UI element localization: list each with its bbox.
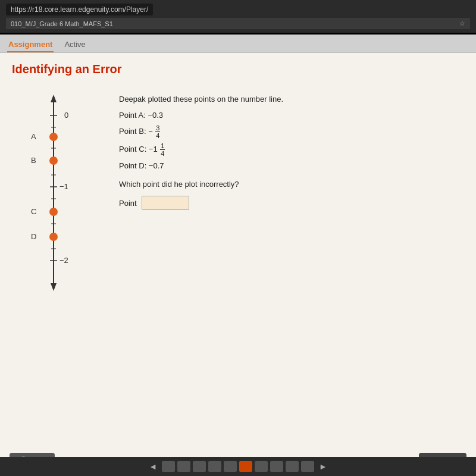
svg-point-12: [49, 156, 58, 165]
point-d: Point D: −0.7: [119, 160, 464, 172]
svg-text:D: D: [31, 232, 36, 241]
tab-active[interactable]: Active: [63, 37, 86, 52]
number-line-svg: 0 A B −1: [12, 92, 95, 294]
svg-point-19: [49, 208, 58, 216]
main-content: Assignment Active Identifying an Error: [0, 35, 476, 476]
tab-assignment[interactable]: Assignment: [7, 37, 54, 52]
question-text: Deepak plotted these points on the numbe…: [119, 92, 464, 210]
fraction-b: 3 4: [155, 124, 160, 139]
description: Deepak plotted these points on the numbe…: [119, 95, 464, 104]
prev-arrow[interactable]: ◄: [146, 461, 159, 472]
address-bar[interactable]: https://r18.core.learn.edgenuity.com/Pla…: [6, 4, 153, 15]
svg-text:B: B: [31, 156, 36, 165]
nav-tabs: Assignment Active: [0, 35, 476, 53]
page-7[interactable]: [255, 461, 268, 472]
bookmark-icon[interactable]: ☆: [459, 20, 465, 27]
tab-bar: 010_M/J_Grade 6 Math_MAFS_S1 ☆: [6, 18, 470, 29]
svg-marker-2: [51, 283, 57, 291]
point-b: Point B: − 3 4: [119, 124, 464, 139]
number-line-container: 0 A B −1: [12, 92, 95, 294]
page-5[interactable]: [224, 461, 237, 472]
svg-text:A: A: [31, 132, 36, 141]
tab-title: 010_M/J_Grade 6 Math_MAFS_S1: [11, 20, 113, 27]
svg-text:−1: −1: [60, 182, 68, 191]
url-text: https://r18.core.learn.edgenuity.com/Pla…: [11, 5, 148, 14]
page-4[interactable]: [208, 461, 221, 472]
svg-point-8: [49, 133, 58, 141]
page-9[interactable]: [286, 461, 299, 472]
page-8[interactable]: [270, 461, 283, 472]
point-a: Point A: −0.3: [119, 109, 464, 121]
page-1[interactable]: [162, 461, 175, 472]
content-panel: Identifying an Error 0: [0, 53, 476, 474]
pagination-bar: ◄ ►: [0, 457, 476, 476]
svg-point-23: [49, 233, 58, 241]
answer-input[interactable]: [142, 196, 189, 210]
point-list: Point A: −0.3 Point B: − 3 4 Point C: −1…: [119, 109, 464, 171]
page-10[interactable]: [301, 461, 314, 472]
which-point-question: Which point did he plot incorrectly?: [119, 180, 464, 189]
svg-marker-1: [51, 95, 57, 102]
svg-text:C: C: [31, 207, 36, 216]
page-3[interactable]: [193, 461, 206, 472]
svg-text:0: 0: [64, 111, 68, 120]
page-2[interactable]: [177, 461, 190, 472]
point-answer-row: Point: [119, 196, 464, 210]
answer-label: Point: [119, 199, 137, 208]
browser-chrome: https://r18.core.learn.edgenuity.com/Pla…: [0, 0, 476, 33]
point-c: Point C: −1 1 4: [119, 142, 464, 157]
panel-title: Identifying an Error: [12, 62, 464, 76]
fraction-c: 1 4: [160, 142, 165, 157]
page-6-active[interactable]: [239, 461, 252, 472]
svg-text:−2: −2: [60, 256, 68, 265]
next-arrow[interactable]: ►: [317, 461, 330, 472]
question-area: 0 A B −1: [12, 86, 464, 300]
